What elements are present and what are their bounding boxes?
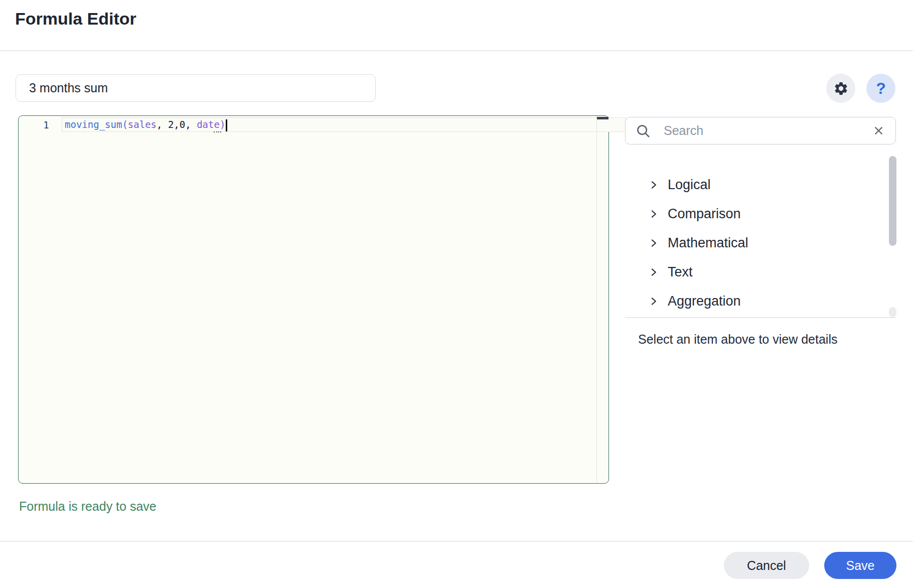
chevron-right-icon <box>648 180 659 190</box>
function-search-input[interactable] <box>663 123 871 138</box>
code-token-column: date <box>197 119 220 130</box>
formula-status-message: Formula is ready to save <box>19 499 157 514</box>
code-token-function: moving_sum( <box>65 119 128 130</box>
question-mark-icon: ? <box>876 79 886 98</box>
category-label: Aggregation <box>668 293 741 309</box>
footer-divider <box>0 541 913 542</box>
category-item-mathematical[interactable]: Mathematical <box>625 228 886 257</box>
page-title: Formula Editor <box>15 9 136 29</box>
chevron-right-icon <box>648 267 659 277</box>
formula-code-editor[interactable]: 1 moving_sum(sales, 2,0, date) <box>18 115 609 484</box>
settings-button[interactable] <box>826 74 855 103</box>
category-item-comparison[interactable]: Comparison <box>625 199 886 228</box>
clear-search-button[interactable] <box>871 124 885 138</box>
panel-divider <box>625 317 896 318</box>
code-token-bracket: ) <box>220 119 225 130</box>
search-icon <box>636 123 651 138</box>
category-item-aggregation[interactable]: Aggregation <box>625 286 886 316</box>
panel-scrollbar[interactable] <box>889 156 896 246</box>
save-button[interactable]: Save <box>824 552 896 579</box>
category-label: Logical <box>668 177 711 193</box>
text-cursor <box>226 119 227 131</box>
category-item-logical[interactable]: Logical <box>625 170 886 199</box>
category-item-text[interactable]: Text <box>625 257 886 286</box>
details-hint: Select an item above to view details <box>638 332 837 347</box>
code-token-column: sales <box>128 119 157 130</box>
function-search <box>625 117 896 144</box>
category-label: Text <box>668 264 693 280</box>
formula-code-line: moving_sum(sales, 2,0, date) <box>65 117 227 132</box>
cancel-button[interactable]: Cancel <box>724 552 809 579</box>
header-divider <box>0 50 913 51</box>
function-category-list: Logical Comparison Mathematical Text Agg… <box>625 170 886 316</box>
line-number: 1 <box>26 118 66 132</box>
panel-scrollbar-track <box>889 307 896 317</box>
category-label: Mathematical <box>668 235 748 251</box>
chevron-right-icon <box>648 238 659 248</box>
overview-ruler <box>596 116 597 483</box>
bracket-match-marks <box>214 131 221 132</box>
formula-name-input[interactable] <box>16 74 376 102</box>
code-token-arguments: , 2,0, <box>157 119 197 130</box>
close-icon <box>872 124 885 137</box>
chevron-right-icon <box>648 296 659 307</box>
help-button[interactable]: ? <box>866 74 895 103</box>
gear-icon <box>833 81 849 96</box>
chevron-right-icon <box>648 209 659 219</box>
category-label: Comparison <box>668 206 741 222</box>
formula-editor-page: { "header": { "title": "Formula Editor" … <box>0 0 913 588</box>
overview-ruler-cursor-mark <box>597 117 608 119</box>
